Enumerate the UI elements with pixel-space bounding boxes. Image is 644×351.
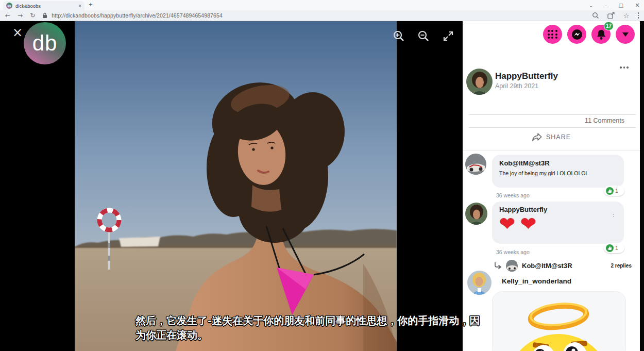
- comment-avatar[interactable]: [467, 271, 492, 295]
- window-minimize-icon[interactable]: –: [604, 3, 607, 8]
- browser-toolbar: ← → ↻ http://dickandboobs/happybutterfly…: [0, 10, 644, 21]
- tab-close-icon[interactable]: ×: [78, 3, 81, 9]
- replies-count[interactable]: 2 replies: [611, 263, 632, 269]
- right-edge-strip: [640, 21, 644, 351]
- url-text: http://dickandboobs/happybutterfly/archi…: [52, 12, 223, 19]
- bookmark-star-icon[interactable]: ☆: [623, 12, 630, 20]
- fullscreen-icon[interactable]: [442, 30, 454, 42]
- share-page-icon[interactable]: [607, 12, 615, 19]
- lightbox-close-icon[interactable]: ×: [12, 26, 23, 39]
- subtitle-line-2: 为你正在滚动。: [135, 328, 527, 342]
- heart-icon: ❤: [499, 213, 515, 235]
- account-menu-button[interactable]: [616, 25, 635, 44]
- zoom-page-icon[interactable]: [592, 12, 599, 19]
- back-icon[interactable]: ←: [5, 12, 10, 19]
- subtitle-line-1: 然后，它发生了-迷失在关于你的朋友和前同事的性思想，你的手指滑动，因: [135, 313, 527, 328]
- comment-author[interactable]: HappyButterfly: [499, 206, 617, 213]
- address-bar[interactable]: http://dickandboobs/happybutterfly/archi…: [42, 12, 585, 20]
- comment-bubble: Kob@ltM@st3R The joy of being my girl LO…: [492, 155, 624, 188]
- reload-icon[interactable]: ↻: [30, 12, 35, 19]
- beach-hut: [119, 237, 160, 247]
- site-logo[interactable]: db: [24, 22, 66, 64]
- like-count: 1: [615, 245, 618, 251]
- comment-hearts: ❤❤: [499, 214, 617, 234]
- comment-text: The joy of being my girl LOLOLOLOL: [499, 170, 617, 176]
- social-panel: 17 HappyButterfly April 29th 2021 11 Com…: [463, 21, 640, 351]
- post-author-name[interactable]: HappyButterfly: [495, 71, 558, 81]
- comment-author[interactable]: Kob@ltM@st3R: [499, 159, 617, 167]
- comment-avatar[interactable]: [465, 154, 486, 175]
- messenger-button[interactable]: [567, 25, 586, 44]
- tab-title: dick&boobs: [15, 3, 75, 9]
- like-badge[interactable]: 1: [604, 186, 624, 196]
- post-date: April 29th 2021: [495, 82, 538, 90]
- window-restore-icon[interactable]: □: [618, 3, 623, 8]
- like-badge[interactable]: 1: [604, 243, 624, 253]
- post-author-avatar[interactable]: [466, 69, 493, 95]
- apps-grid-button[interactable]: [543, 25, 562, 44]
- reply-arrow-icon: [494, 262, 502, 269]
- divider: [469, 127, 636, 128]
- tab-search-chevron-icon[interactable]: ⌄: [589, 3, 593, 8]
- chevron-down-icon: [622, 32, 629, 37]
- zoom-out-icon[interactable]: [417, 30, 430, 42]
- browser-menu-icon[interactable]: [638, 12, 639, 19]
- comment-time[interactable]: 36 weeks ago: [496, 192, 530, 198]
- thumbs-up-icon: [606, 244, 614, 252]
- post-options-icon[interactable]: [620, 66, 629, 69]
- share-label: SHARE: [546, 133, 571, 141]
- comment-avatar[interactable]: [465, 203, 487, 225]
- comment-bubble: HappyButterfly ❤❤: [492, 202, 624, 244]
- heart-icon: ❤: [520, 213, 536, 235]
- divider: [469, 114, 636, 115]
- comment-author[interactable]: Kelly_in_wonderland: [502, 277, 571, 285]
- divider: [463, 151, 640, 151]
- reply-author-name[interactable]: Kob@ltM@st3R: [522, 262, 606, 270]
- share-button[interactable]: SHARE: [463, 133, 640, 141]
- site-favicon: db: [6, 3, 12, 9]
- reply-thread[interactable]: Kob@ltM@st3R 2 replies: [494, 259, 636, 272]
- apps-grid-icon: [548, 30, 558, 39]
- browser-tab[interactable]: db dick&boobs ×: [3, 1, 84, 10]
- screenshot-root: db dick&boobs × + ⌄ – □ × ← → ↻ http://d…: [0, 0, 644, 351]
- comment-time[interactable]: 36 weeks ago: [496, 249, 530, 255]
- notification-badge: 17: [604, 22, 614, 30]
- subtitle-text: 然后，它发生了-迷失在关于你的朋友和前同事的性思想，你的手指滑动，因 为你正在滚…: [135, 313, 527, 342]
- thumbs-up-icon: [606, 187, 614, 195]
- comments-count[interactable]: 11 Comments: [585, 117, 624, 124]
- messenger-icon: [571, 28, 583, 41]
- bell-icon: [596, 29, 606, 40]
- like-count: 1: [615, 188, 618, 194]
- share-arrow-icon: [532, 133, 542, 141]
- lock-icon: [42, 12, 47, 19]
- reply-author-avatar[interactable]: [506, 260, 518, 272]
- comment-options-icon[interactable]: [613, 214, 614, 217]
- forward-icon[interactable]: →: [18, 12, 23, 19]
- page-content: × db: [0, 21, 644, 351]
- beach-photo: [75, 21, 397, 351]
- header-actions: 17: [463, 25, 640, 44]
- photo-lightbox: × db: [0, 21, 463, 351]
- new-tab-button[interactable]: +: [89, 1, 93, 8]
- window-close-icon[interactable]: ×: [635, 2, 640, 9]
- zoom-in-icon[interactable]: [393, 30, 405, 42]
- browser-tabstrip: db dick&boobs × + ⌄ – □ ×: [0, 0, 644, 10]
